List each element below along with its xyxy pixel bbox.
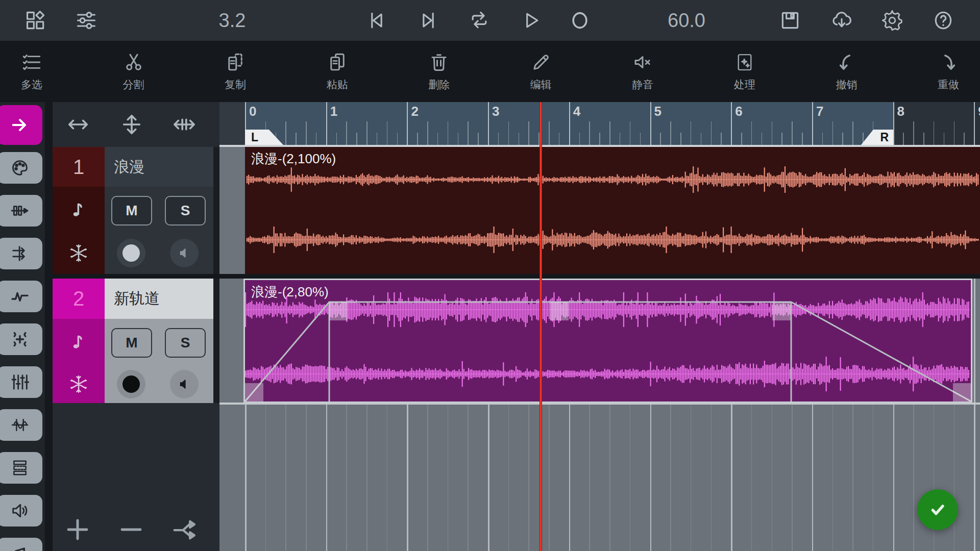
grid-beat-line xyxy=(852,405,853,551)
bar-number: 8 xyxy=(897,104,904,119)
sidebar-partial-tool-button[interactable] xyxy=(0,538,42,551)
skip-forward-icon[interactable] xyxy=(417,9,439,32)
loop-icon[interactable] xyxy=(468,9,491,32)
track2-mute-button[interactable]: M xyxy=(111,328,152,358)
position-display[interactable]: 3.2 xyxy=(181,0,283,41)
track1-solo-button[interactable]: S xyxy=(165,196,206,226)
grid-beat-line xyxy=(448,405,449,551)
grid-bar-line xyxy=(974,405,975,551)
grid-bar-line xyxy=(326,405,328,551)
track1-header[interactable]: 1 浪漫 M S xyxy=(53,147,219,274)
bar-number: 7 xyxy=(816,104,823,119)
bar-line xyxy=(974,102,975,145)
track2-name[interactable]: 新轨道 xyxy=(105,279,213,319)
track1-name[interactable]: 浪漫 xyxy=(105,147,213,187)
bar-number: 5 xyxy=(654,104,662,119)
record-icon[interactable] xyxy=(569,9,591,32)
grid-beat-line xyxy=(366,405,368,551)
envelope-handle[interactable] xyxy=(953,383,971,402)
toolbar-label: 编辑 xyxy=(530,78,552,92)
remove-track-button[interactable] xyxy=(117,516,145,543)
play-icon[interactable] xyxy=(520,9,542,32)
track2-monitor-button[interactable] xyxy=(170,370,199,398)
toolbar-split-button[interactable]: 分割 xyxy=(105,41,162,102)
track1-audio-clip[interactable]: 浪漫-(2,100%) xyxy=(245,147,980,274)
sidebar-split-tool-button[interactable] xyxy=(0,238,42,269)
help-icon[interactable] xyxy=(932,9,954,32)
track2-record-arm-button[interactable] xyxy=(117,370,145,398)
sidebar-pattern-tool-button[interactable] xyxy=(0,195,42,227)
sidebar-automation-tool-button[interactable] xyxy=(0,281,42,312)
track-tools-row xyxy=(53,102,219,147)
toolbar-delete-button[interactable]: 删除 xyxy=(410,41,468,102)
track1-number: 1 xyxy=(53,147,105,187)
track2-ms-cell: M S xyxy=(105,319,213,365)
track2-freeze-cell xyxy=(53,365,105,403)
toolbar-multi-select-button[interactable]: 多选 xyxy=(3,41,60,102)
track-list-panel xyxy=(53,403,219,551)
envelope-handle[interactable] xyxy=(772,302,791,320)
track1-ms-cell: M S xyxy=(105,187,213,232)
track-zoom-tool-icon[interactable] xyxy=(173,113,196,136)
redo-icon xyxy=(938,52,959,73)
track2-audio-clip-selected[interactable]: 浪漫-(2,80%) xyxy=(243,279,972,403)
track2-header-selected[interactable]: 2 新轨道 M S xyxy=(53,279,219,403)
sidebar-effects-tool-button[interactable] xyxy=(0,323,42,355)
tempo-display[interactable]: 60.0 xyxy=(635,0,738,41)
confirm-button[interactable] xyxy=(917,489,958,530)
skip-back-icon[interactable] xyxy=(365,9,388,32)
sparkle-frame-icon xyxy=(734,52,755,73)
grid-beat-line xyxy=(346,405,347,551)
bar-line xyxy=(326,102,327,145)
envelope-handle[interactable] xyxy=(245,383,263,402)
timeline-ruler[interactable]: 0123456789 L R xyxy=(219,102,980,145)
bar-number: 1 xyxy=(330,104,337,119)
checklist-icon xyxy=(21,52,42,73)
track1-monitor-button[interactable] xyxy=(170,239,199,267)
toolbar-process-button[interactable]: 处理 xyxy=(716,41,773,102)
grid-beat-line xyxy=(670,405,671,551)
sidebar-audio-edit-tool-button[interactable] xyxy=(0,409,42,441)
sidebar-color-palette-button[interactable] xyxy=(0,152,42,184)
template-icon[interactable] xyxy=(24,9,47,32)
toolbar-mute-button[interactable]: 静音 xyxy=(614,41,671,102)
envelope-handle[interactable] xyxy=(329,302,348,320)
empty-arrange-area[interactable] xyxy=(219,405,980,551)
sidebar-arranger-tool-button[interactable] xyxy=(0,452,42,484)
grid-beat-line xyxy=(954,405,955,551)
playhead[interactable] xyxy=(540,102,542,551)
envelope-handle[interactable] xyxy=(550,302,569,320)
sidebar-mixer-tool-button[interactable] xyxy=(0,366,42,398)
track-width-tool-icon[interactable] xyxy=(66,113,90,136)
grid-beat-line xyxy=(427,405,428,551)
cloud-download-icon[interactable] xyxy=(830,9,853,32)
toolbar-edit-button[interactable]: 编辑 xyxy=(512,41,570,102)
settings-icon[interactable] xyxy=(881,9,903,32)
top-bar: 3.2 60.0 xyxy=(0,0,980,41)
toolbar-label: 多选 xyxy=(21,78,42,92)
add-track-button[interactable] xyxy=(64,516,91,543)
track-height-tool-icon[interactable] xyxy=(120,113,143,136)
toolbar-copy-button[interactable]: 复制 xyxy=(207,41,264,102)
mixer-settings-icon[interactable] xyxy=(75,9,97,32)
bar-line xyxy=(812,102,813,145)
track2-solo-button[interactable]: S xyxy=(165,328,206,358)
route-track-button[interactable] xyxy=(171,516,199,543)
track1-mute-button[interactable]: M xyxy=(111,196,152,226)
sidebar-monitor-tool-button[interactable] xyxy=(0,495,42,527)
track1-type-cell xyxy=(53,187,105,232)
toolbar-undo-button[interactable]: 撤销 xyxy=(818,41,875,102)
grid-beat-line xyxy=(913,405,914,551)
track1-record-arm-button[interactable] xyxy=(117,239,145,267)
bar-line xyxy=(650,102,651,145)
grid-beat-line xyxy=(691,405,692,551)
toolbar-label: 重做 xyxy=(938,78,959,92)
grid-bar-line xyxy=(893,405,895,551)
clip1-label: 浪漫-(2,100%) xyxy=(251,150,336,168)
sidebar-select-arrow-button[interactable] xyxy=(0,105,42,145)
save-icon[interactable] xyxy=(779,9,801,32)
tool-sidebar xyxy=(0,102,45,551)
toolbar-paste-button[interactable]: 粘贴 xyxy=(309,41,366,102)
grid-beat-line xyxy=(387,405,388,551)
toolbar-redo-button[interactable]: 重做 xyxy=(920,41,977,102)
